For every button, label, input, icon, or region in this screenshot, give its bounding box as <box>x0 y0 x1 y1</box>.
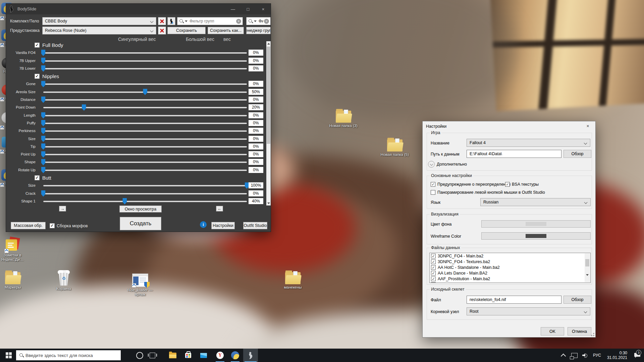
slider-value[interactable]: 0% <box>249 58 263 64</box>
list-item[interactable]: ✓ AAF_Prostitution - Main.ba2 <box>430 276 590 282</box>
outfit-combo[interactable]: CBBE Body <box>42 17 156 25</box>
slider-track[interactable] <box>43 88 247 96</box>
ok-button[interactable]: OK <box>541 327 564 336</box>
slider-track[interactable] <box>43 80 247 88</box>
slider-value[interactable]: 0% <box>249 151 263 157</box>
desktop-icon-new-folder-5[interactable]: Новая папка (5) <box>379 139 411 157</box>
slider-value[interactable]: 0% <box>249 143 263 149</box>
slider-value[interactable]: 100% <box>249 182 263 188</box>
item-checkbox[interactable]: ✓ <box>431 277 436 281</box>
outfit-filter-input[interactable] <box>258 18 264 24</box>
tray-expand-button[interactable] <box>557 353 569 358</box>
slider-value[interactable]: 0% <box>249 190 263 196</box>
slider-thumb[interactable] <box>143 89 147 95</box>
slider-thumb[interactable] <box>41 136 46 142</box>
slider-track[interactable] <box>43 119 247 127</box>
list-item[interactable]: ✓ AA HotC - Standalone - Main.ba2 <box>430 264 590 270</box>
bsa-textures-checkbox[interactable]: ✓ <box>505 182 510 187</box>
item-checkbox[interactable]: ✓ <box>431 254 436 258</box>
slider-thumb[interactable] <box>41 65 46 72</box>
game-name-combo[interactable]: Fallout 4 <box>467 139 590 147</box>
slider-track[interactable] <box>43 57 247 65</box>
desktop-icon-mannequins[interactable]: манекены <box>277 272 309 290</box>
slider-thumb[interactable] <box>82 104 86 111</box>
slider-value[interactable]: 0% <box>249 81 263 87</box>
language-combo[interactable]: Russian <box>480 198 591 206</box>
advanced-expander[interactable]: Дополнительно <box>428 161 467 168</box>
desktop-icon-f4se[interactable]: f4se_loader — ярлык <box>124 274 156 297</box>
slider-track[interactable] <box>43 104 247 111</box>
slider-value[interactable]: 50% <box>249 89 263 95</box>
override-warning-checkbox[interactable]: ✓ <box>431 182 435 187</box>
desktop-icon-markers[interactable]: Маркеры <box>0 272 29 290</box>
search-options-caret-icon[interactable] <box>185 20 187 22</box>
browse-data-button[interactable]: Обзор <box>564 150 591 158</box>
scroll-down-icon[interactable] <box>586 274 589 282</box>
group-checkbox[interactable]: ✓ <box>35 43 40 48</box>
vault-app-button[interactable] <box>228 349 243 362</box>
build-morphs-checkbox-row[interactable]: ✓ Сборка морфов <box>50 223 88 228</box>
slider-track[interactable] <box>43 190 247 197</box>
slider-thumb[interactable] <box>41 50 46 56</box>
clear-outfit-button[interactable] <box>158 17 166 25</box>
preview-button[interactable]: Окно просмотра <box>119 205 162 213</box>
desktop-icon-notes[interactable]: Заметки в Яндекс.Ди… <box>0 237 29 262</box>
clock[interactable]: 0:30 31.01.2021 <box>604 351 627 360</box>
save-button[interactable]: Сохранить <box>167 27 206 34</box>
notification-center-button[interactable]: 3 <box>631 353 644 358</box>
item-checkbox[interactable] <box>431 282 436 283</box>
network-tray-button[interactable] <box>569 353 580 358</box>
item-checkbox[interactable]: ✓ <box>431 271 436 276</box>
slider-thumb[interactable] <box>41 120 46 126</box>
slider-thumb[interactable] <box>41 159 46 165</box>
slider-track[interactable] <box>43 96 247 104</box>
group-manager-button[interactable]: енеджер груп <box>246 27 271 34</box>
slider-thumb[interactable] <box>41 81 46 87</box>
group-checkbox[interactable]: ✓ <box>35 74 40 79</box>
slider-track[interactable] <box>43 158 247 166</box>
slider-thumb[interactable] <box>41 58 46 64</box>
slider-scrollbar[interactable] <box>266 41 271 205</box>
slider-track[interactable] <box>43 166 247 174</box>
edit-project-button[interactable] <box>167 17 175 25</box>
slider-track[interactable] <box>43 135 247 143</box>
settings-button[interactable]: Настройки <box>211 222 235 229</box>
slider-value[interactable]: 0% <box>249 112 263 118</box>
slider-track[interactable] <box>43 143 247 150</box>
wireframe-color-button[interactable] <box>481 232 591 240</box>
bg-color-button[interactable] <box>481 220 591 228</box>
override-warning-checkbox-row[interactable]: ✓ Предупреждение о переопределении <box>431 182 511 187</box>
task-view-button[interactable] <box>145 349 160 362</box>
data-files-list[interactable]: ✓ 3DNPC_FO4 - Main.ba2 ✓ 3DNPC_FO4 - Tex… <box>429 253 591 283</box>
chevron-down-icon[interactable] <box>428 161 435 168</box>
clear-filter-icon[interactable]: × <box>264 19 269 24</box>
slider-thumb[interactable] <box>41 128 46 134</box>
file-explorer-button[interactable] <box>165 349 180 362</box>
build-button[interactable]: Создать <box>120 217 161 230</box>
desktop-icon-new-folder-3[interactable]: Новая папка (3) <box>327 111 360 128</box>
list-item-clipped[interactable] <box>430 282 590 283</box>
slider-track[interactable] <box>43 197 247 205</box>
scroll-up-icon[interactable] <box>267 43 270 45</box>
bodyslide-taskbar-button[interactable] <box>243 349 258 362</box>
group-filter-search[interactable]: × <box>177 17 243 25</box>
slider-value[interactable]: 0% <box>249 128 263 134</box>
ms-store-button[interactable] <box>181 349 196 362</box>
slider-thumb[interactable] <box>41 112 46 119</box>
save-as-button[interactable]: Сохранить как... <box>208 27 244 34</box>
scrollbar-thumb[interactable] <box>585 259 589 266</box>
list-item[interactable]: ✓ 3DNPC_FO4 - Textures.ba2 <box>430 259 590 264</box>
desktop-icon-recycle-bin[interactable]: ♻ Корзина <box>48 271 80 291</box>
search-options-caret-icon[interactable] <box>254 20 257 22</box>
start-button[interactable] <box>1 349 16 362</box>
resize-grip[interactable] <box>591 333 594 336</box>
preset-combo[interactable]: Rebecca Rose (Nude) <box>42 26 156 35</box>
slider-thumb[interactable] <box>41 151 46 158</box>
outfit-filter-search[interactable]: × <box>246 17 271 25</box>
data-path-input[interactable] <box>469 151 559 157</box>
skeleton-file-field[interactable] <box>467 296 561 304</box>
slider-value[interactable]: 0% <box>249 50 263 56</box>
slider-value[interactable]: 0% <box>249 120 263 126</box>
list-scrollbar[interactable] <box>585 253 590 282</box>
slider-thumb[interactable] <box>41 190 46 197</box>
